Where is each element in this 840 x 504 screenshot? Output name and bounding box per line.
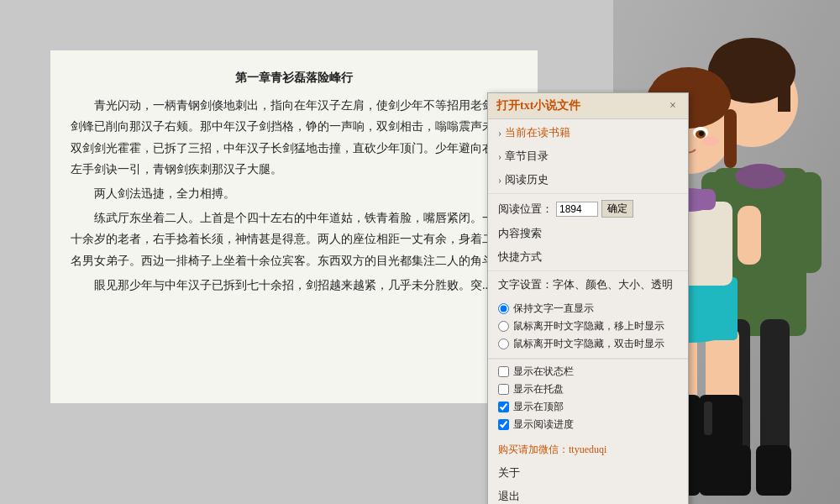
radio-group: 保持文字一直显示 鼠标离开时文字隐藏，移上时显示 鼠标离开时文字隐藏，双击时显示 xyxy=(488,297,688,356)
content-search-item[interactable]: 内容搜索 xyxy=(488,222,688,245)
svg-point-40 xyxy=(699,131,704,136)
menu-title: 打开txt小说文件 xyxy=(496,98,580,113)
current-reading-item[interactable]: › 当前在读书籍 xyxy=(488,121,688,144)
paragraph-4: 眼见那少年与中年汉子已拆到七十余招，剑招越来越紧，几乎未分胜败。突... xyxy=(71,275,517,296)
chapter-catalog-label: 章节目录 xyxy=(505,149,549,164)
wechat-label: 购买请加微信：ttyueduqi xyxy=(498,444,606,455)
checkbox-status-bar-label: 显示在状态栏 xyxy=(513,365,574,379)
svg-rect-6 xyxy=(778,74,790,112)
text-settings-label: 文字设置：字体、颜色、大小、透明 xyxy=(498,277,673,292)
read-position-section: 阅读位置： 确定 内容搜索 快捷方式 xyxy=(488,194,688,271)
radio-hide-mouse-leave[interactable]: 鼠标离开时文字隐藏，移上时显示 xyxy=(498,318,678,335)
menu-header: 打开txt小说文件 × xyxy=(488,93,688,119)
chapter-title: 第一章青衫磊落险峰行 xyxy=(71,67,517,88)
bottom-section: 购买请加微信：ttyueduqi 关于 退出 xyxy=(488,437,688,504)
checkbox-top-label: 显示在顶部 xyxy=(513,400,564,414)
radio-always-show[interactable]: 保持文字一直显示 xyxy=(498,300,678,318)
read-position-row: 阅读位置： 确定 xyxy=(488,196,688,222)
svg-rect-10 xyxy=(798,172,822,273)
confirm-button[interactable]: 确定 xyxy=(601,200,633,218)
exit-label: 退出 xyxy=(498,490,520,502)
checkbox-reading-progress-label: 显示阅读进度 xyxy=(513,417,574,432)
shortcut-label: 快捷方式 xyxy=(498,249,542,265)
radio-doubleclick-label: 鼠标离开时文字隐藏，双击时显示 xyxy=(513,337,664,351)
checkbox-tray-label: 显示在托盘 xyxy=(513,382,564,396)
svg-point-8 xyxy=(735,164,785,189)
svg-rect-14 xyxy=(756,445,791,496)
svg-rect-27 xyxy=(738,206,761,265)
about-item[interactable]: 关于 xyxy=(488,461,688,485)
checkbox-status-bar[interactable]: 显示在状态栏 xyxy=(498,363,678,381)
chapter-catalog-item[interactable]: › 章节目录 xyxy=(488,144,688,168)
novel-text-area: 第一章青衫磊落险峰行 青光闪动，一柄青钢剑倏地刺出，指向在年汉子左肩，使剑少年不… xyxy=(50,50,538,403)
svg-rect-34 xyxy=(724,109,737,168)
menu-popup: 打开txt小说文件 × › 当前在读书籍 › 章节目录 › 阅读历史 阅读位置：… xyxy=(487,92,689,504)
current-reading-section: › 当前在读书籍 › 章节目录 › 阅读历史 xyxy=(488,119,688,194)
about-label: 关于 xyxy=(498,466,520,479)
arrow-icon-2: › xyxy=(498,150,501,163)
text-settings-item[interactable]: 文字设置：字体、颜色、大小、透明 xyxy=(488,273,688,297)
checkbox-top[interactable]: 显示在顶部 xyxy=(498,398,678,416)
radio-hide-label: 鼠标离开时文字隐藏，移上时显示 xyxy=(513,319,664,333)
shortcut-item[interactable]: 快捷方式 xyxy=(488,245,688,269)
read-position-label: 阅读位置： xyxy=(498,202,553,217)
svg-rect-20 xyxy=(704,402,712,435)
paragraph-3: 练武厅东坐着二人。上首是个四十左右的中年道姑，铁青着脸，嘴唇紧闭。一个五十余岁的… xyxy=(71,207,517,271)
wechat-row: 购买请加微信：ttyueduqi xyxy=(488,438,688,461)
checkbox-reading-progress[interactable]: 显示阅读进度 xyxy=(498,416,678,433)
close-button[interactable]: × xyxy=(666,99,680,113)
read-position-input[interactable] xyxy=(556,202,598,217)
content-search-label: 内容搜索 xyxy=(498,226,542,241)
radio-hide-double-click[interactable]: 鼠标离开时文字隐藏，双击时显示 xyxy=(498,335,678,353)
arrow-icon: › xyxy=(498,127,501,139)
radio-always-show-label: 保持文字一直显示 xyxy=(513,302,594,316)
svg-point-42 xyxy=(702,137,719,145)
reading-history-item[interactable]: › 阅读历史 xyxy=(488,168,688,192)
arrow-icon-3: › xyxy=(498,174,501,186)
text-settings-section: 文字设置：字体、颜色、大小、透明 保持文字一直显示 鼠标离开时文字隐藏，移上时显… xyxy=(488,271,688,359)
reading-history-label: 阅读历史 xyxy=(505,172,549,187)
current-reading-label: 当前在读书籍 xyxy=(505,125,570,140)
exit-item[interactable]: 退出 xyxy=(488,485,688,504)
paragraph-1: 青光闪动，一柄青钢剑倏地刺出，指向在年汉子左肩，使剑少年不等招用老剑斜，剑锋已削… xyxy=(71,95,517,180)
paragraph-2: 两人剑法迅捷，全力相搏。 xyxy=(71,183,517,204)
checkbox-tray[interactable]: 显示在托盘 xyxy=(498,381,678,398)
checkbox-group: 显示在状态栏 显示在托盘 显示在顶部 显示阅读进度 xyxy=(488,359,688,437)
